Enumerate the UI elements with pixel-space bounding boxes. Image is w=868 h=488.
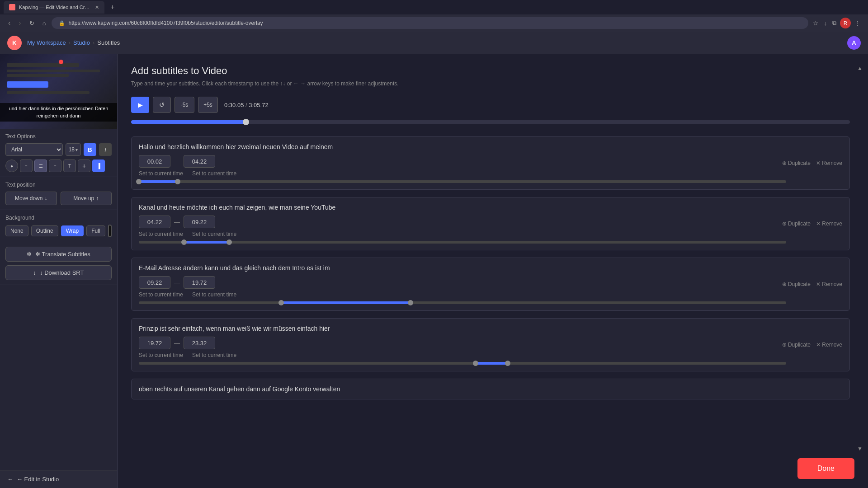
slider-handle1-4[interactable] xyxy=(473,361,478,366)
slider-handle2-4[interactable] xyxy=(505,361,510,366)
download-srt-button[interactable]: ↓ ↓ Download SRT xyxy=(5,265,112,280)
slider-handle1-2[interactable] xyxy=(181,239,187,245)
entry-actions-4: ⊕ Duplicate ✕ Remove xyxy=(782,342,842,348)
subtitle-text-1[interactable]: Hallo und herzlich willkommen hier zweim… xyxy=(139,143,786,150)
breadcrumb-workspace[interactable]: My Workspace xyxy=(27,39,66,46)
new-tab-button[interactable]: + xyxy=(106,1,119,14)
time-controls-1: — xyxy=(139,155,786,168)
text-position-section: Text position Move down ↓ Move up ↑ xyxy=(0,177,117,210)
downloads-icon[interactable]: ↓ xyxy=(822,19,829,28)
subtitle-slider-2[interactable] xyxy=(139,241,786,244)
slider-handle1-3[interactable] xyxy=(278,300,284,305)
subtitle-text-partial[interactable]: oben rechts auf unseren Kanal gehen dann… xyxy=(139,385,786,393)
bg-outline-button[interactable]: Outline xyxy=(31,225,58,236)
subtitle-text-2[interactable]: Kanal und heute möchte ich euch mal zeig… xyxy=(139,204,786,211)
bg-full-button[interactable]: Full xyxy=(86,225,105,236)
start-time-input-1[interactable] xyxy=(139,155,170,168)
bg-wrap-button[interactable]: Wrap xyxy=(61,225,84,236)
subtitle-slider-1[interactable] xyxy=(139,180,786,183)
start-time-input-4[interactable] xyxy=(139,337,170,349)
nav-forward-button[interactable]: › xyxy=(16,18,24,28)
set-time-links-3: Set to current time Set to current time xyxy=(139,291,786,298)
italic-button[interactable]: I xyxy=(99,143,112,156)
end-time-input-4[interactable] xyxy=(184,337,215,349)
set-end-time-link-3[interactable]: Set to current time xyxy=(192,291,236,298)
download-icon: ↓ xyxy=(33,269,37,276)
time-controls-2: — xyxy=(139,216,786,228)
set-start-time-link-2[interactable]: Set to current time xyxy=(139,231,183,237)
align-left-button[interactable]: ≡ xyxy=(20,160,33,172)
set-start-time-link-3[interactable]: Set to current time xyxy=(139,291,183,298)
nav-home-button[interactable]: ⌂ xyxy=(40,19,49,28)
menu-icon[interactable]: ⋮ xyxy=(853,19,863,28)
duplicate-button-2[interactable]: ⊕ Duplicate xyxy=(782,221,811,227)
slider-handle2-1[interactable] xyxy=(175,179,180,184)
extensions-icon[interactable]: ⧉ xyxy=(830,19,838,28)
bookmark-icon[interactable]: ☆ xyxy=(811,19,821,28)
edit-studio-button[interactable]: ← ← Edit in Studio xyxy=(0,470,117,488)
timeline-handle[interactable] xyxy=(243,119,249,125)
position-buttons: Move down ↓ Move up ↑ xyxy=(5,192,112,205)
bold-button[interactable]: B xyxy=(84,143,96,156)
duplicate-button-1[interactable]: ⊕ Duplicate xyxy=(782,160,811,166)
url-input[interactable] xyxy=(69,20,801,26)
scroll-indicator-up[interactable]: ▲ xyxy=(857,65,863,71)
bg-options: None Outline Wrap Full xyxy=(5,225,112,237)
end-time-input-2[interactable] xyxy=(184,216,215,228)
play-button[interactable]: ▶ xyxy=(131,97,149,113)
profile-icon[interactable]: R xyxy=(840,18,851,28)
active-tab[interactable]: Kapwing — Edit Video and Cre... ✕ xyxy=(4,1,104,14)
time-display: 0:30.05 / 3:05.72 xyxy=(224,102,269,108)
duplicate-button-4[interactable]: ⊕ Duplicate xyxy=(782,342,811,348)
remove-button-2[interactable]: ✕ Remove xyxy=(816,221,842,227)
duplicate-button-3[interactable]: ⊕ Duplicate xyxy=(782,281,811,287)
align-t-button[interactable]: T xyxy=(63,160,76,172)
set-start-time-link-1[interactable]: Set to current time xyxy=(139,170,183,177)
bg-color-swatch[interactable] xyxy=(108,225,112,237)
tab-title: Kapwing — Edit Video and Cre... xyxy=(19,5,91,10)
font-family-select[interactable]: Arial xyxy=(5,143,63,156)
replay-button[interactable]: ↺ xyxy=(153,97,171,113)
move-up-button[interactable]: Move up ↑ xyxy=(61,192,112,205)
timeline-container[interactable] xyxy=(131,120,850,124)
align-circle-button[interactable]: ● xyxy=(5,160,18,172)
translate-icon: ✻ xyxy=(27,251,32,258)
set-end-time-link-2[interactable]: Set to current time xyxy=(192,231,236,237)
start-time-input-3[interactable] xyxy=(139,276,170,289)
slider-handle2-2[interactable] xyxy=(226,239,232,245)
remove-button-1[interactable]: ✕ Remove xyxy=(816,160,842,166)
set-end-time-link-4[interactable]: Set to current time xyxy=(192,352,236,358)
minus5s-button[interactable]: -5s xyxy=(175,97,194,113)
slider-handle2-3[interactable] xyxy=(408,300,413,305)
remove-button-4[interactable]: ✕ Remove xyxy=(816,342,842,348)
align-plus-button[interactable]: + xyxy=(78,160,90,172)
video-preview[interactable]: und hier dann links in die persönlichen … xyxy=(0,54,117,129)
nav-refresh-button[interactable]: ↻ xyxy=(27,19,37,28)
user-avatar[interactable]: A xyxy=(847,36,861,50)
remove-button-3[interactable]: ✕ Remove xyxy=(816,281,842,287)
nav-back-button[interactable]: ‹ xyxy=(5,18,13,28)
subtitle-text-3[interactable]: E-Mail Adresse ändern kann und das gleic… xyxy=(139,264,786,272)
breadcrumb-studio[interactable]: Studio xyxy=(73,39,90,46)
align-right-button[interactable]: ≡ xyxy=(49,160,61,172)
align-bar-button[interactable]: ▐ xyxy=(92,160,105,172)
align-center-button[interactable]: ☰ xyxy=(34,160,47,172)
move-down-button[interactable]: Move down ↓ xyxy=(5,192,57,205)
end-time-input-1[interactable] xyxy=(184,155,215,168)
subtitle-slider-3[interactable] xyxy=(139,301,786,304)
bg-none-button[interactable]: None xyxy=(5,225,28,236)
end-time-input-3[interactable] xyxy=(184,276,215,289)
done-button[interactable]: Done xyxy=(797,458,854,479)
subtitle-slider-4[interactable] xyxy=(139,362,786,365)
subtitle-text-4[interactable]: Prinzip ist sehr einfach, wenn man weiß … xyxy=(139,325,786,332)
move-down-icon: ↓ xyxy=(44,195,47,202)
set-end-time-link-1[interactable]: Set to current time xyxy=(192,170,236,177)
plus5s-button[interactable]: +5s xyxy=(198,97,218,113)
scroll-indicator-down[interactable]: ▼ xyxy=(857,446,863,452)
translate-subtitles-button[interactable]: ✻ ✻ Translate Subtitles xyxy=(5,247,112,262)
set-start-time-link-4[interactable]: Set to current time xyxy=(139,352,183,358)
left-panel: und hier dann links in die persönlichen … xyxy=(0,54,118,488)
slider-handle1-1[interactable] xyxy=(136,179,142,184)
tab-close-icon[interactable]: ✕ xyxy=(95,5,99,10)
start-time-input-2[interactable] xyxy=(139,216,170,228)
